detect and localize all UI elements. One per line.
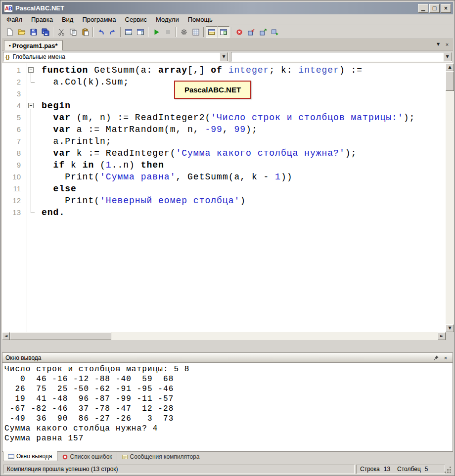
code-text[interactable]: Print('Неверный еомер столбца') bbox=[36, 195, 246, 207]
run-button[interactable] bbox=[150, 26, 162, 38]
title-bar[interactable]: AB PascalABC.NET ▁ □ × bbox=[2, 2, 453, 14]
code-line-4[interactable]: 4−begin bbox=[2, 100, 446, 112]
line-number: 4 bbox=[2, 100, 25, 112]
fold-guide bbox=[25, 159, 36, 171]
code-line-10[interactable]: 10 Print('Сумма равна', GetSumm(a, k - 1… bbox=[2, 171, 446, 183]
code-text[interactable]: Print('Сумма равна', GetSumm(a, k - 1)) bbox=[36, 171, 293, 183]
menu-modules[interactable]: Модули bbox=[151, 14, 183, 25]
code-text[interactable]: function GetSumm(a: array[,] of integer;… bbox=[36, 64, 363, 76]
scope-combo-arrow-button[interactable]: ▼ bbox=[220, 52, 228, 61]
fold-toggle[interactable]: − bbox=[25, 64, 36, 76]
module-execute-button[interactable] bbox=[269, 26, 281, 38]
new-file-button[interactable] bbox=[4, 26, 16, 38]
save-icon bbox=[30, 28, 38, 36]
toggle-panel-left-button[interactable] bbox=[206, 26, 218, 38]
code-text[interactable]: var (m, n) := ReadInteger2('Число строк … bbox=[36, 112, 415, 124]
menu-service[interactable]: Сервис bbox=[121, 14, 152, 25]
menu-file[interactable]: Файл bbox=[2, 14, 27, 25]
tab-close-button[interactable]: × bbox=[443, 41, 451, 48]
horizontal-scroll-thumb[interactable] bbox=[10, 332, 111, 340]
editor-horizontal-scrollbar[interactable]: ◄ ► bbox=[2, 332, 446, 340]
code-line-9[interactable]: 9 if k in (1..n) then bbox=[2, 159, 446, 171]
code-text[interactable]: a.Println; bbox=[36, 135, 112, 147]
line-number: 13 bbox=[2, 207, 25, 218]
close-button[interactable]: × bbox=[441, 4, 451, 13]
pin-button[interactable] bbox=[432, 354, 440, 361]
code-line-5[interactable]: 5 var (m, n) := ReadInteger2('Число стро… bbox=[2, 112, 446, 124]
toolbar-separator bbox=[53, 27, 54, 37]
code-text[interactable] bbox=[36, 88, 42, 100]
output-close-button[interactable]: × bbox=[442, 354, 450, 361]
scroll-down-button[interactable]: ▼ bbox=[446, 324, 454, 332]
code-text[interactable]: end. bbox=[36, 207, 65, 218]
save-all-button[interactable] bbox=[40, 26, 51, 38]
copy-button[interactable] bbox=[67, 26, 79, 38]
vertical-scroll-track[interactable] bbox=[446, 71, 454, 324]
code-text[interactable]: var k := ReadInteger('Сумма какого столб… bbox=[36, 147, 357, 159]
save-button[interactable] bbox=[28, 26, 40, 38]
stop-button[interactable] bbox=[162, 26, 174, 38]
open-file-button[interactable] bbox=[16, 26, 28, 38]
compiler-messages-tab[interactable]: Сообщения компилятора bbox=[117, 452, 205, 462]
code-text[interactable]: a.Col(k).Sum; bbox=[36, 76, 129, 88]
module-install-button[interactable] bbox=[245, 26, 257, 38]
scroll-left-button[interactable]: ◄ bbox=[2, 332, 10, 340]
scope-combo[interactable]: {} Глобальные имена ▼ bbox=[3, 52, 228, 62]
cut-button[interactable] bbox=[55, 26, 67, 38]
minimize-button[interactable]: ▁ bbox=[418, 4, 428, 13]
menu-edit[interactable]: Правка bbox=[27, 14, 57, 25]
horizontal-scroll-track[interactable] bbox=[10, 332, 438, 340]
paste-button[interactable] bbox=[79, 26, 91, 38]
toggle-panel-right-button[interactable] bbox=[218, 26, 229, 38]
compile-button[interactable] bbox=[178, 26, 190, 38]
code-line-1[interactable]: 1−function GetSumm(a: array[,] of intege… bbox=[2, 64, 446, 76]
menu-view[interactable]: Вид bbox=[57, 14, 78, 25]
code-line-8[interactable]: 8 var k := ReadInteger('Сумма какого сто… bbox=[2, 147, 446, 159]
vertical-scroll-thumb[interactable] bbox=[446, 71, 454, 91]
expressions-button[interactable] bbox=[190, 26, 202, 38]
scroll-up-button[interactable]: ▲ bbox=[446, 63, 454, 71]
member-combo[interactable]: ▼ bbox=[231, 52, 452, 62]
show-debug-window-button[interactable] bbox=[135, 26, 146, 38]
code-text[interactable]: if k in (1..n) then bbox=[36, 159, 164, 171]
fold-guide bbox=[25, 124, 36, 135]
fold-guide bbox=[25, 183, 36, 195]
tab-list-dropdown-button[interactable]: ▼ bbox=[434, 41, 442, 48]
code-text[interactable]: else bbox=[36, 183, 77, 195]
win-right-icon bbox=[136, 28, 144, 36]
scroll-right-button[interactable]: ► bbox=[438, 332, 446, 340]
code-line-12[interactable]: 12 Print('Неверный еомер столбца') bbox=[2, 195, 446, 207]
editor-vertical-scrollbar[interactable]: ▲ ▼ bbox=[446, 63, 454, 332]
code-line-7[interactable]: 7 a.Println; bbox=[2, 135, 446, 147]
redo-button[interactable] bbox=[107, 26, 119, 38]
code-line-11[interactable]: 11 else bbox=[2, 183, 446, 195]
menu-program[interactable]: Программа bbox=[78, 14, 120, 25]
member-combo-arrow-button[interactable]: ▼ bbox=[443, 52, 452, 61]
output-window-tab[interactable]: Окно вывода bbox=[3, 451, 57, 461]
menu-help[interactable]: Помощь bbox=[183, 14, 217, 25]
collapse-icon[interactable]: − bbox=[28, 67, 34, 73]
code-editor[interactable]: 1−function GetSumm(a: array[,] of intege… bbox=[2, 63, 446, 332]
show-output-window-button[interactable] bbox=[123, 26, 135, 38]
tab-program1[interactable]: • Program1.pas* bbox=[4, 40, 63, 50]
error-list-tab[interactable]: Список ошибок bbox=[57, 452, 117, 462]
collapse-icon[interactable]: − bbox=[28, 103, 34, 108]
undo-button[interactable] bbox=[95, 26, 107, 38]
fold-toggle[interactable]: − bbox=[25, 100, 36, 112]
stop-icon bbox=[164, 28, 172, 36]
output-panel-header[interactable]: Окно вывода × bbox=[2, 352, 453, 363]
win-split-icon bbox=[208, 28, 216, 36]
code-text[interactable]: begin bbox=[36, 100, 71, 112]
error-list-button[interactable] bbox=[233, 26, 245, 38]
toolbar-separator bbox=[120, 27, 121, 37]
copy-icon bbox=[69, 28, 77, 36]
output-line: -49 36 90 86 -27 -26 3 73 bbox=[2, 414, 453, 424]
status-message: Компиляция прошла успешно (13 строк) bbox=[7, 466, 118, 473]
maximize-button[interactable]: □ bbox=[429, 4, 440, 13]
module-remove-button[interactable] bbox=[257, 26, 269, 38]
code-line-13[interactable]: 13end. bbox=[2, 207, 446, 218]
resize-grip[interactable] bbox=[445, 467, 452, 474]
toolbar-separator bbox=[92, 27, 93, 37]
code-text[interactable]: var a := MatrRandom(m, n, -99, 99); bbox=[36, 124, 258, 135]
code-line-6[interactable]: 6 var a := MatrRandom(m, n, -99, 99); bbox=[2, 124, 446, 135]
